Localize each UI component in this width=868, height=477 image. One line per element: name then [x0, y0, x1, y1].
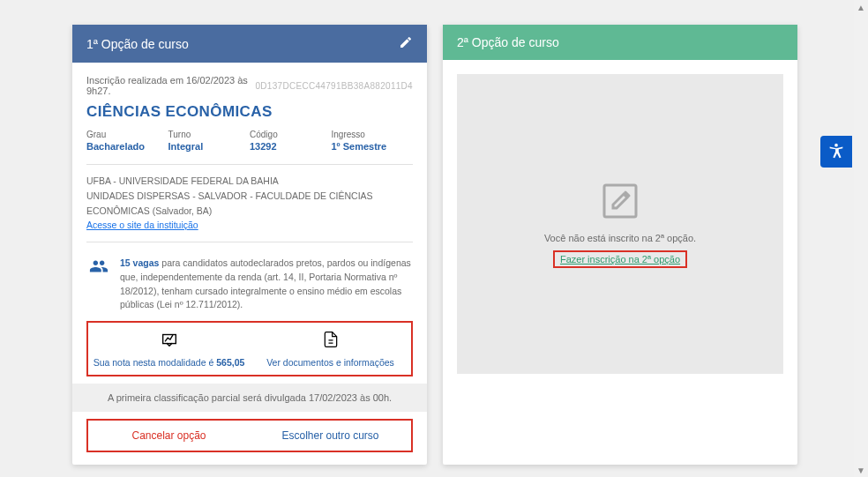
option2-header: 2ª Opção de curso — [443, 25, 797, 60]
turno-value: Integral — [168, 141, 251, 152]
option2-empty: Você não está inscrito na 2ª opção. Faze… — [457, 74, 783, 374]
details-row: Grau Bacharelado Turno Integral Código 1… — [86, 130, 413, 152]
turno-label: Turno — [168, 130, 251, 139]
actions-box: Cancelar opção Escolher outro curso — [86, 419, 413, 452]
grau-value: Bacharelado — [86, 141, 168, 152]
score-docs-box: Sua nota nesta modalidade é 565,05 Ver d… — [86, 321, 413, 376]
institution-line1: UFBA - UNIVERSIDADE FEDERAL DA BAHIA — [86, 174, 413, 189]
edit-icon[interactable] — [399, 35, 413, 52]
scrollbar[interactable]: ▲ ▼ — [854, 0, 868, 477]
option1-header: 1ª Opção de curso — [72, 25, 427, 63]
codigo-label: Código — [250, 130, 332, 139]
ingresso-label: Ingresso — [332, 130, 414, 139]
course-name: CIÊNCIAS ECONÔMICAS — [86, 103, 413, 121]
notice-bar: A primeira classificação parcial será di… — [72, 384, 427, 412]
scroll-up-icon[interactable]: ▲ — [854, 0, 868, 14]
ingresso-value: 1º Semestre — [332, 141, 414, 152]
docs-link: Ver documentos e informações — [266, 357, 394, 368]
grau-label: Grau — [86, 130, 168, 139]
institution-block: UFBA - UNIVERSIDADE FEDERAL DA BAHIA UNI… — [86, 174, 413, 233]
change-course-button[interactable]: Escolher outro curso — [250, 421, 411, 451]
svg-rect-1 — [604, 185, 636, 217]
accessibility-button[interactable] — [820, 136, 852, 168]
option2-empty-text: Você não está inscrito na 2ª opção. — [544, 233, 696, 243]
quota-desc: para candidatos autodeclarados pretos, p… — [120, 257, 411, 309]
option2-title: 2ª Opção de curso — [457, 35, 559, 49]
score-text: Sua nota nesta modalidade é 565,05 — [94, 357, 245, 368]
option1-card: 1ª Opção de curso Inscrição realizada em… — [72, 25, 427, 465]
quota-text: 15 vagas para candidatos autodeclarados … — [120, 257, 413, 312]
quota-count: 15 vagas — [120, 257, 159, 268]
cancel-button[interactable]: Cancelar opção — [88, 421, 250, 451]
chart-icon — [160, 330, 179, 351]
compose-icon — [599, 180, 641, 226]
docs-block[interactable]: Ver documentos e informações — [250, 330, 411, 368]
inscription-text: Inscrição realizada em 16/02/2023 às 9h2… — [86, 75, 255, 96]
option1-title: 1ª Opção de curso — [86, 37, 189, 51]
score-block[interactable]: Sua nota nesta modalidade é 565,05 — [88, 330, 250, 368]
scroll-down-icon[interactable]: ▼ — [854, 463, 868, 477]
inscription-hash: 0D137DCECC44791BB38A882011D4 — [255, 81, 413, 91]
quota-row: 15 vagas para candidatos autodeclarados … — [86, 251, 413, 317]
option2-card: 2ª Opção de curso Você não está inscrito… — [443, 25, 797, 465]
document-icon — [322, 330, 340, 351]
institution-line2: UNIDADES DISPERSAS - SALVADOR - FACULDAD… — [86, 189, 413, 219]
option2-enroll-link[interactable]: Fazer inscrição na 2ª opção — [553, 250, 687, 268]
group-icon — [86, 257, 111, 312]
institution-site-link[interactable]: Acesse o site da instituição — [86, 220, 198, 230]
codigo-value: 13292 — [250, 141, 332, 152]
